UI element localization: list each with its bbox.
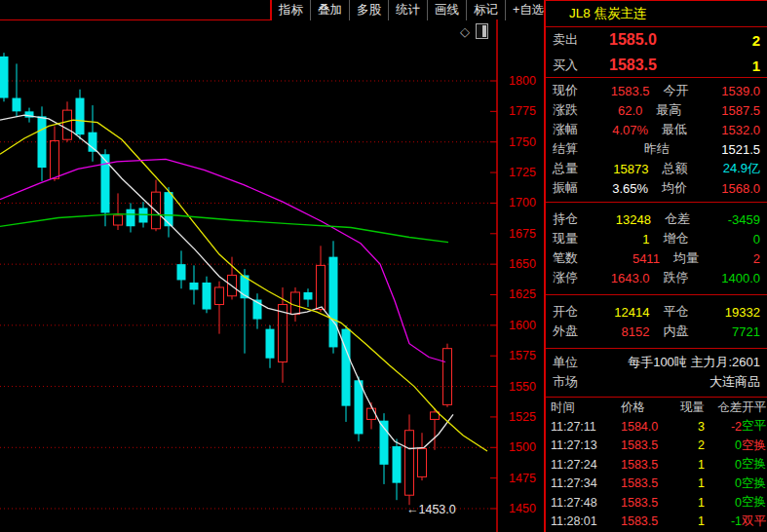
candle-up [114,215,123,225]
contract-title: JL8 焦炭主连 [546,1,767,26]
y-axis-label: 1675 [509,227,536,241]
tick-row: 11:27:241583.510空换 [546,455,767,475]
bid-label: 买入 [553,57,595,74]
openclose-label: 内盘 [664,323,705,340]
candle-down [76,98,85,135]
tick-oi-change: -2 [705,420,742,434]
quote-value: 1521.5 [685,142,760,157]
quote-value: 1583.5 [594,84,650,98]
tick-row: 11:27:341583.510空换 [546,475,767,494]
y-axis-label: 1525 [509,410,536,424]
ask-label: 卖出 [553,31,595,49]
quote-value: 1532.0 [703,123,760,137]
candle-down [0,57,9,98]
diamond-icon[interactable]: ◇ [460,25,470,38]
quote-label: 均价 [662,179,703,197]
quote-value: 1568.0 [703,181,760,196]
tick-openclose: 空换 [742,475,766,492]
y-axis-label: 1775 [509,104,536,118]
y-axis-label: 1700 [509,196,536,209]
bid-row: 买入 1583.5 1 [546,53,767,78]
tick-openclose: 双平 [742,513,766,530]
candle-down [355,380,364,434]
info-label: 单位 [553,354,594,371]
candle-down [203,283,211,310]
tick-time: 11:27:34 [551,476,621,490]
y-axis-label: 1600 [509,319,536,332]
ask-qty: 2 [752,32,760,49]
y-axis-label: 1625 [509,287,536,301]
position-value: 5411 [594,251,660,266]
position-value: -3459 [706,212,760,227]
openclose-label: 开仓 [553,303,594,321]
tick-oi-change: 0 [705,476,742,490]
tick-price: 1583.5 [621,438,675,452]
tick-openclose: 空换 [742,494,766,511]
candle-up [291,292,300,315]
tick-openclose: 空平 [742,418,766,435]
position-label: 跌停 [664,269,705,286]
page-layout-icon[interactable] [476,23,488,39]
position-grid: 持仓13248仓差-3459现量1增仓0笔数5411均量2涨停1643.0跌停1… [546,203,767,295]
quote-label: 涨跌 [553,101,594,119]
quote-value: 1539.0 [705,84,761,98]
position-label: 涨停 [553,269,594,286]
candle-down [393,446,402,483]
quote-row: 振幅3.65%均价1568.0 [546,178,767,198]
quote-label: 昨结 [644,140,685,158]
candle-up [215,287,224,305]
candle-down [190,283,199,290]
candle-down [266,329,275,359]
tick-col-header: 时间 [551,399,621,416]
position-value: 13248 [594,212,651,227]
quote-grid: 现价1583.5今开1539.0涨跌62.0最高1587.5涨幅4.07%最低1… [546,78,767,203]
tick-table: 时间价格现量仓差开平11:27:111584.03-2空平11:27:13158… [546,398,767,532]
candle-down [89,133,97,152]
candle-down [329,257,338,348]
tick-oi-change: -1 [705,514,742,528]
tick-time: 11:27:48 [551,496,621,510]
kline-chart[interactable]: 1800177517501725170016751650162516001575… [0,0,544,532]
quote-label: 振幅 [553,179,594,197]
y-axis-label: 1500 [509,440,536,454]
tick-col-header: 价格 [621,399,675,416]
y-axis-label: 1750 [509,135,536,149]
position-value: 0 [705,232,761,247]
quote-label: 现价 [553,82,594,99]
position-row: 现量1增仓0 [546,229,767,248]
tick-price: 1583.5 [621,514,675,528]
quote-label: 最低 [662,121,703,138]
position-value: 2 [714,251,760,266]
tick-price: 1583.5 [621,476,675,490]
kline-chart-area[interactable]: 1800177517501725170016751650162516001575… [0,0,544,532]
tick-price: 1583.5 [621,458,675,472]
position-value: 1643.0 [594,271,650,285]
tick-col-header: 开平 [742,399,766,416]
ask-price: 1585.0 [609,31,657,49]
openclose-value: 8152 [594,324,650,339]
tick-table-header: 时间价格现量仓差开平 [546,398,767,417]
candle-down [304,292,313,300]
quote-label: 涨幅 [553,121,594,138]
position-label: 持仓 [553,210,594,228]
openclose-row: 外盘8152内盘7721 [546,322,767,341]
position-value: 1400.0 [705,271,761,285]
tick-volume: 1 [675,476,705,490]
tick-time: 11:27:24 [551,458,621,472]
y-axis-label: 1575 [509,349,536,362]
tick-col-header: 现量 [675,399,705,416]
tick-price: 1583.5 [621,496,675,510]
tick-oi-change: 0 [705,438,742,452]
position-row: 涨停1643.0跌停1400.0 [546,268,767,287]
tick-row: 11:27:111584.03-2空平 [546,417,767,437]
position-label: 现量 [553,230,594,247]
low-price-annotation: ←1453.0 [406,503,456,516]
info-row: 单位每手100吨 主力月:2601 [546,353,767,372]
candle-down [13,98,21,112]
openclose-grid: 开仓12414平仓19332外盘8152内盘7721 [546,295,767,349]
candle-up [63,110,72,139]
tick-col-header: 仓差 [705,399,742,416]
tick-volume: 1 [675,496,705,510]
position-value: 1 [594,232,650,247]
tick-volume: 3 [675,420,705,434]
